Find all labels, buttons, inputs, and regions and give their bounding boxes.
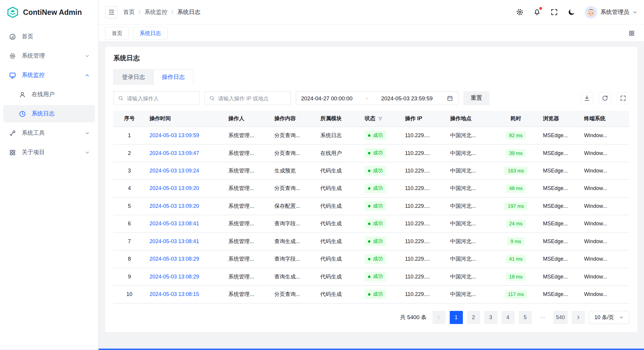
time-link[interactable]: 2024-05-03 13:09:20 [150,203,199,209]
col-index: 序号 [113,111,145,126]
app-root: ContiNew Admin 首页 系统管理 系统监控 在线用户 [0,0,644,350]
time-link[interactable]: 2024-05-03 13:08:29 [150,273,199,280]
sidebar-item-system-tools[interactable]: 系统工具 [3,124,95,142]
sidebar-item-label: 系统日志 [32,110,55,118]
chevron-down-icon [85,150,90,155]
reset-button[interactable]: 重置 [463,91,490,105]
operator-search-input[interactable] [127,95,195,101]
tab-home[interactable]: 首页 [105,26,129,39]
sidebar-item-label: 首页 [22,33,33,40]
cell-status: 成功 [361,162,401,179]
header-fullscreen-button[interactable] [550,8,558,16]
sidebar-item-system-monitor[interactable]: 系统监控 [3,66,95,84]
clock-icon [19,110,26,117]
table-row: 92024-05-03 13:08:29系统管理...查询生成...代码生成成功… [113,268,629,285]
sidebar-item-home[interactable]: 首页 [3,28,95,45]
col-time: 操作时间 [145,111,224,126]
filter-icon[interactable] [378,116,383,121]
prev-page-button[interactable] [432,311,445,324]
page-5-button[interactable]: 5 [519,311,532,324]
date-end-value: 2024-05-03 23:59:59 [381,95,433,101]
sidebar-item-online-users[interactable]: 在线用户 [3,86,95,103]
cell-location: 中国河北... [446,285,493,303]
settings-button[interactable] [516,8,523,16]
tab-operation-log[interactable]: 操作日志 [153,69,194,84]
page-2-button[interactable]: 2 [467,311,480,324]
cell-location: 中国河北... [446,215,493,232]
time-link[interactable]: 2024-05-03 13:08:41 [150,238,199,244]
cell-location: 中国河北... [446,250,493,267]
col-content: 操作内容 [270,111,316,126]
duration-badge: 82 ms [506,131,526,140]
tab-login-log[interactable]: 登录日志 [113,69,154,84]
date-range-picker[interactable]: 2024-04-27 00:00:00 - 2024-05-03 23:59:5… [296,91,458,105]
time-link[interactable]: 2024-05-03 13:09:47 [150,150,199,156]
cell-ip: 110.229.... [401,232,446,250]
cell-index: 1 [113,126,145,144]
status-dot-icon [368,152,370,154]
sidebar-collapse-button[interactable] [105,6,117,18]
filter-toolbar: 2024-04-27 00:00:00 - 2024-05-03 23:59:5… [113,91,629,105]
theme-toggle-button[interactable] [568,8,575,16]
cell-os: Window... [580,250,629,267]
sidebar-item-about-project[interactable]: 关于项目 [3,144,95,161]
refresh-button[interactable] [599,92,611,104]
sidebar-item-system-management[interactable]: 系统管理 [3,47,95,64]
cell-content: 分页查询... [270,179,316,197]
time-link[interactable]: 2024-05-03 13:09:59 [150,132,199,138]
col-operator: 操作人 [224,111,270,126]
tab-system-log[interactable]: 系统日志 [133,26,167,39]
cell-operator: 系统管理... [224,197,270,215]
duration-badge: 163 ms [504,167,527,175]
cell-ip: 110.229.... [401,144,446,162]
time-link[interactable]: 2024-05-03 13:09:24 [150,167,199,174]
sidebar-item-system-log[interactable]: 系统日志 [3,105,95,122]
time-link[interactable]: 2024-05-03 13:08:41 [150,221,199,227]
page-size-select[interactable]: 10 条/页 [589,311,629,324]
ip-search-input[interactable] [218,95,287,101]
time-link[interactable]: 2024-05-03 13:08:29 [150,256,199,262]
cell-duration: 163 ms [493,162,539,179]
pagination-ellipsis[interactable]: ··· [536,311,549,324]
status-dot-icon [368,258,370,260]
breadcrumb-system-monitor[interactable]: 系统监控 [145,8,167,16]
cell-status: 成功 [361,232,401,250]
status-badge: 成功 [365,254,386,264]
table-row: 72024-05-03 13:08:41系统管理...查询生成...代码生成成功… [113,232,629,250]
page-540-button[interactable]: 540 [553,311,568,324]
cell-operator: 系统管理... [224,144,270,162]
time-link[interactable]: 2024-05-03 13:09:20 [150,185,199,191]
log-table: 序号 操作时间 操作人 操作内容 所属模块 状态 操作 I [113,111,629,303]
duration-badge: 18 ms [506,273,526,281]
cell-browser: MSEdge... [539,197,580,215]
breadcrumb-home[interactable]: 首页 [123,8,135,16]
col-status: 状态 [361,111,401,126]
tab-actions-button[interactable] [626,27,637,39]
chevron-down-icon [85,53,90,58]
cell-module: 代码生成 [316,285,360,303]
col-os: 终端系统 [580,111,629,126]
page-4-button[interactable]: 4 [501,311,514,324]
page-3-button[interactable]: 3 [484,311,497,324]
status-text: 成功 [373,167,383,174]
refresh-icon [602,95,608,102]
breadcrumb-current: 系统日志 [177,8,200,16]
duration-badge: 41 ms [506,255,526,263]
user-menu[interactable]: 系统管理员 [585,6,637,18]
gear-icon [9,52,16,59]
status-badge: 成功 [365,131,386,140]
header: 首页 / 系统监控 / 系统日志 [99,0,644,25]
cell-module: 代码生成 [316,179,360,197]
page-1-button[interactable]: 1 [450,311,463,324]
logo-icon [7,6,19,18]
status-text: 成功 [373,238,383,245]
time-link[interactable]: 2024-05-03 13:08:15 [150,291,199,297]
app-logo[interactable]: ContiNew Admin [0,0,98,25]
cell-index: 2 [113,144,145,162]
table-fullscreen-button[interactable] [617,92,629,104]
cell-module: 代码生成 [316,250,360,267]
next-page-button[interactable] [572,311,585,324]
cell-index: 4 [113,179,145,197]
notifications-button[interactable] [533,8,541,16]
download-button[interactable] [581,92,593,104]
